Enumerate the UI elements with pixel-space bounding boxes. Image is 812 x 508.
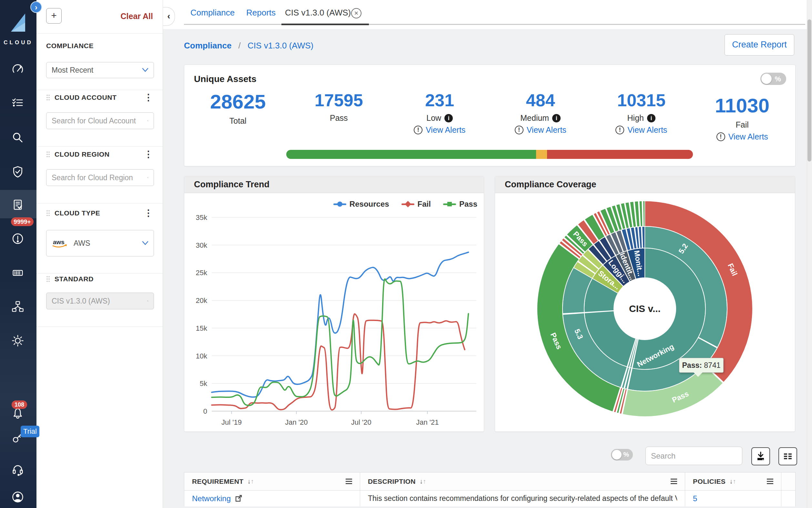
table-search[interactable]: [646, 447, 742, 465]
cell-requirement: Networking: [184, 491, 360, 506]
compliance-select[interactable]: Most Recent: [46, 62, 154, 78]
cloud-account-search-input[interactable]: [52, 117, 147, 125]
sort-icon[interactable]: ↓↑: [729, 478, 736, 485]
download-icon: [755, 451, 766, 462]
cloud-region-search[interactable]: [46, 169, 154, 186]
cloud-logo-icon[interactable]: [8, 12, 28, 38]
info-icon[interactable]: i: [444, 114, 453, 122]
filter-section-cloud-region: CLOUD REGION ⋮: [46, 151, 153, 158]
table-search-input[interactable]: [651, 452, 751, 461]
logo-text: CLOUD: [0, 39, 37, 46]
view-alerts-link[interactable]: View Alerts: [527, 125, 566, 135]
table-view-button[interactable]: [778, 447, 797, 465]
scrollbar-thumb[interactable]: [808, 19, 811, 162]
severity-bar-segment: [286, 150, 536, 159]
stat-low-label: Low: [426, 113, 441, 123]
standard-filter-label: STANDARD: [54, 275, 94, 283]
alert-circle-icon: !: [615, 126, 624, 134]
table-percent-toggle[interactable]: %: [611, 449, 633, 461]
sort-icon[interactable]: ↓↑: [247, 478, 254, 485]
tab-reports[interactable]: Reports: [246, 8, 276, 18]
stat-medium: 484 Mediumi !View Alerts: [490, 90, 591, 141]
close-tab-icon[interactable]: ×: [351, 8, 362, 18]
support-headset-icon[interactable]: [11, 462, 25, 477]
divider: [37, 146, 163, 146]
tooltip-value: 8741: [704, 361, 720, 370]
stat-total-label: Total: [230, 116, 247, 126]
breadcrumb-separator: /: [239, 41, 241, 50]
create-report-button[interactable]: Create Report: [724, 34, 794, 55]
stats-row: 28625 Total 17595 Pass 231 Lowi !View Al…: [188, 90, 793, 141]
tab-cis-v130-aws[interactable]: CIS v1.3.0 (AWS): [285, 8, 351, 18]
user-profile-icon[interactable]: [11, 490, 25, 504]
search-nav-icon[interactable]: [11, 130, 25, 145]
cloud-type-select[interactable]: aws AWS: [46, 230, 154, 256]
view-alerts-link[interactable]: View Alerts: [426, 125, 465, 135]
percent-symbol: %: [774, 75, 781, 83]
dashboard-icon[interactable]: [11, 62, 25, 77]
drag-handle-icon[interactable]: [46, 94, 50, 101]
column-menu-icon[interactable]: [346, 477, 352, 485]
kebab-menu-icon[interactable]: ⋮: [144, 94, 153, 101]
alerts-icon[interactable]: [11, 231, 25, 246]
header-policies[interactable]: POLICIES ↓↑: [685, 472, 781, 490]
trend-line-chart[interactable]: 05k10k15k20k25k30k35kJul '19Jan '20Jul '…: [184, 193, 484, 431]
breadcrumb-compliance[interactable]: Compliance: [184, 41, 231, 50]
breadcrumb-current[interactable]: CIS v1.3.0 (AWS): [247, 41, 314, 50]
view-alerts-link[interactable]: View Alerts: [627, 125, 667, 135]
svg-text:Jan '20: Jan '20: [285, 418, 307, 426]
coverage-sunburst-chart[interactable]: NetworkingStora...Loggi...Identit...Moni…: [495, 193, 795, 431]
unique-assets-title: Unique Assets: [194, 74, 256, 84]
severity-distribution-bar: [286, 150, 693, 159]
column-menu-icon[interactable]: [671, 477, 677, 485]
containers-icon[interactable]: [11, 266, 25, 280]
shield-check-icon[interactable]: [11, 165, 25, 179]
stat-pass: 17595 Pass: [289, 90, 389, 141]
cloud-type-filter-label: CLOUD TYPE: [54, 209, 100, 217]
tab-compliance[interactable]: Compliance: [190, 8, 235, 18]
cell-description: This section contains recommendations fo…: [360, 491, 685, 506]
kebab-menu-icon[interactable]: ⋮: [144, 151, 153, 158]
svg-text:30k: 30k: [196, 241, 207, 249]
stat-total: 28625 Total: [188, 90, 289, 141]
drag-handle-icon[interactable]: [46, 210, 50, 216]
table-row[interactable]: Networking This section contains recomme…: [184, 491, 795, 506]
network-icon[interactable]: [11, 299, 25, 313]
drag-handle-icon[interactable]: [46, 276, 50, 282]
add-filter-button[interactable]: +: [46, 8, 62, 24]
clear-all-button[interactable]: Clear All: [121, 12, 153, 21]
header-requirement[interactable]: REQUIREMENT ↓↑: [184, 472, 360, 490]
policies-count-link[interactable]: 5: [693, 494, 697, 503]
page-scrollbar[interactable]: [807, 0, 812, 508]
cloud-region-search-input[interactable]: [52, 173, 147, 182]
cloud-account-filter-label: CLOUD ACCOUNT: [54, 94, 117, 101]
header-extra: [781, 472, 797, 490]
header-description[interactable]: DESCRIPTION ↓↑: [360, 472, 685, 490]
column-menu-icon[interactable]: [767, 477, 773, 485]
cloud-region-filter-label: CLOUD REGION: [54, 151, 110, 158]
settings-gear-icon[interactable]: [11, 334, 25, 348]
sort-icon[interactable]: ↓↑: [420, 478, 426, 485]
breadcrumb: Compliance / CIS v1.3.0 (AWS): [184, 41, 314, 51]
cloud-account-search[interactable]: [46, 113, 154, 129]
filter-section-cloud-account: CLOUD ACCOUNT ⋮: [46, 94, 153, 101]
percent-toggle[interactable]: %: [760, 73, 786, 85]
requirement-link[interactable]: Networking: [192, 494, 231, 503]
checklist-icon[interactable]: [11, 96, 25, 110]
kebab-menu-icon[interactable]: ⋮: [144, 210, 153, 216]
alert-circle-icon: !: [716, 132, 725, 141]
svg-text:10k: 10k: [196, 352, 207, 360]
compliance-select-value: Most Recent: [52, 66, 93, 75]
compliance-report-icon[interactable]: [11, 198, 25, 212]
download-button[interactable]: [751, 447, 770, 465]
standard-filter-value: [46, 293, 154, 309]
drag-handle-icon[interactable]: [46, 151, 50, 158]
expand-nav-badge[interactable]: ›: [30, 1, 42, 13]
info-icon[interactable]: i: [647, 114, 656, 122]
info-icon[interactable]: i: [552, 114, 561, 122]
coverage-panel-header: Compliance Coverage: [495, 176, 795, 193]
external-link-icon[interactable]: [235, 495, 243, 503]
stat-high-value: 10315: [591, 90, 692, 110]
view-alerts-link[interactable]: View Alerts: [728, 132, 768, 141]
toggle-knob: [761, 74, 772, 84]
